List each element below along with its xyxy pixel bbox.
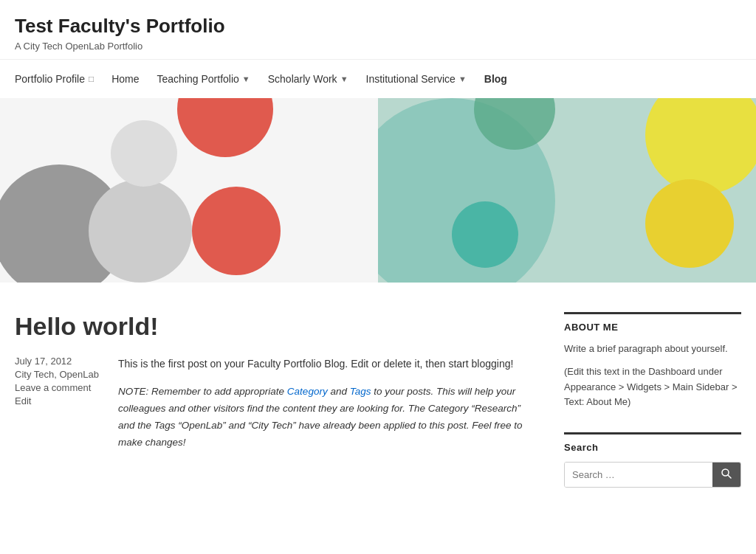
- nav-item-portfolio-profile[interactable]: Portfolio Profile □: [15, 60, 103, 98]
- main-content: Hello world! July 17, 2012 City Tech, Op…: [15, 312, 535, 510]
- search-widget-title: Search: [564, 432, 741, 453]
- sidebar: ABOUT ME Write a brief paragraph about y…: [564, 312, 741, 510]
- decorative-shape: [645, 179, 734, 268]
- category-link[interactable]: Category: [287, 386, 328, 397]
- nav-item-blog[interactable]: Blog: [475, 60, 516, 98]
- post-intro: This is the first post on your Faculty P…: [118, 356, 535, 373]
- post-title: Hello world!: [15, 312, 535, 341]
- about-widget-title: ABOUT ME: [564, 312, 741, 333]
- search-widget: Search: [564, 432, 741, 488]
- site-title: Test Faculty's Portfolio: [15, 15, 741, 38]
- post-excerpt: This is the first post on your Faculty P…: [118, 356, 535, 451]
- chevron-down-icon: ▼: [340, 75, 348, 83]
- main-navigation: Portfolio Profile □ Home Teaching Portfo…: [0, 59, 756, 98]
- post-note: NOTE: Remember to add appropriate Catego…: [118, 384, 535, 451]
- tags-link[interactable]: Tags: [350, 386, 371, 397]
- about-widget-edit: (Edit this text in the Dashboard under A…: [564, 364, 741, 410]
- site-header: Test Faculty's Portfolio A City Tech Ope…: [0, 0, 756, 59]
- hero-right: [378, 98, 756, 283]
- site-description: A City Tech OpenLab Portfolio: [15, 41, 741, 52]
- nav-item-scholarly-work[interactable]: Scholarly Work ▼: [259, 60, 357, 98]
- search-input[interactable]: [565, 463, 712, 487]
- external-link-icon: □: [89, 74, 94, 84]
- post-edit-link[interactable]: Edit: [15, 395, 103, 406]
- nav-item-teaching-portfolio[interactable]: Teaching Portfolio ▼: [148, 60, 259, 98]
- decorative-shape: [645, 98, 756, 194]
- decorative-shape: [111, 120, 177, 187]
- hero-left: [0, 98, 378, 283]
- nav-item-institutional-service[interactable]: Institutional Service ▼: [357, 60, 475, 98]
- search-form: [564, 462, 741, 488]
- chevron-down-icon: ▼: [242, 75, 250, 83]
- decorative-shape: [452, 201, 518, 268]
- chevron-down-icon: ▼: [458, 75, 467, 83]
- nav-item-home[interactable]: Home: [103, 60, 148, 98]
- decorative-shape: [177, 98, 273, 157]
- post-meta: July 17, 2012 City Tech, OpenLab Leave a…: [15, 356, 103, 462]
- post-categories: City Tech, OpenLab: [15, 369, 103, 380]
- svg-line-1: [728, 475, 731, 478]
- content-wrapper: Hello world! July 17, 2012 City Tech, Op…: [0, 283, 756, 539]
- search-icon: [721, 468, 732, 479]
- hero-banner: [0, 98, 756, 283]
- post-date: July 17, 2012: [15, 356, 103, 367]
- about-widget: ABOUT ME Write a brief paragraph about y…: [564, 312, 741, 410]
- decorative-shape: [192, 187, 281, 275]
- about-widget-text: Write a brief paragraph about yourself.: [564, 342, 741, 357]
- post-body: This is the first post on your Faculty P…: [118, 356, 535, 462]
- search-button[interactable]: [712, 463, 740, 487]
- post-comments-link[interactable]: Leave a comment: [15, 382, 103, 393]
- post-layout: July 17, 2012 City Tech, OpenLab Leave a…: [15, 356, 535, 462]
- decorative-shape: [89, 179, 192, 283]
